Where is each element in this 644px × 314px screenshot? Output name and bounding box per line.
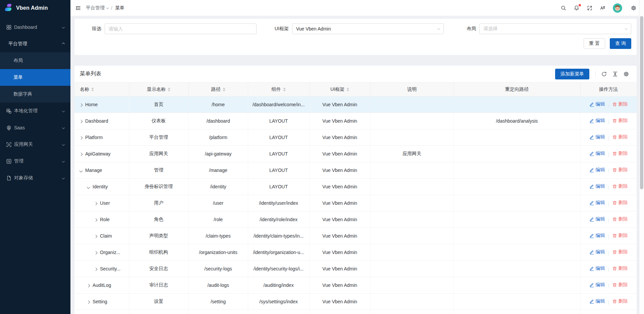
column-label: 组件 [272, 86, 281, 92]
sidebar-item-platform-group[interactable]: 平台管理 [0, 36, 70, 52]
sort-icon[interactable] [283, 87, 286, 91]
column-height-icon[interactable] [612, 71, 618, 77]
sidebar-item-localization[interactable]: 本地化管理 [0, 103, 70, 119]
edit-button[interactable]: 编辑 [589, 216, 605, 222]
row-expand-chevron[interactable] [94, 235, 98, 238]
edit-button[interactable]: 编辑 [589, 282, 605, 288]
query-button[interactable]: 查 询 [610, 38, 631, 49]
fullscreen-icon[interactable] [587, 5, 593, 11]
delete-button[interactable]: 删除 [612, 101, 628, 107]
sidebar-item-label: Dashboard [14, 24, 62, 30]
delete-button[interactable]: 删除 [612, 265, 628, 271]
sidebar-item-saas[interactable]: Saas [0, 119, 70, 136]
notification-bell-icon[interactable] [574, 5, 580, 11]
edit-button[interactable]: 编辑 [589, 200, 605, 206]
saas-icon [6, 125, 12, 131]
breadcrumb-item-menu[interactable]: 菜单 [115, 5, 124, 11]
column-header[interactable]: 名称 [74, 82, 129, 97]
delete-button[interactable]: 删除 [612, 150, 628, 156]
row-expand-chevron[interactable] [87, 284, 90, 288]
filter-field-ui-framework: UI框架 Vue Vben Admin [267, 23, 444, 34]
edit-button[interactable]: 编辑 [589, 233, 605, 239]
edit-button[interactable]: 编辑 [589, 183, 605, 189]
column-header[interactable]: UI框架 [309, 82, 370, 97]
column-header[interactable]: 显示名称 [129, 82, 189, 97]
sort-icon[interactable] [168, 87, 170, 91]
edit-button[interactable]: 编辑 [589, 150, 605, 156]
redirect-cell [453, 195, 580, 211]
sidebar-item-dashboard[interactable]: Dashboard [0, 19, 70, 36]
app-title: Vben Admin [16, 5, 48, 11]
column-header[interactable]: 组件 [248, 82, 309, 97]
app-root: Vben Admin Dashboard平台管理布局菜单数据字典本地化管理Saa… [0, 0, 644, 314]
delete-button[interactable]: 删除 [612, 183, 628, 189]
row-expand-chevron[interactable] [79, 104, 83, 107]
row-expand-chevron[interactable] [94, 218, 98, 222]
display-name-cell: 声明类型 [129, 228, 189, 244]
sidebar-item-storage[interactable]: 对象存储 [0, 170, 70, 186]
delete-button[interactable]: 删除 [612, 167, 628, 173]
sidebar-item-layout[interactable]: 布局 [0, 52, 70, 69]
add-menu-button[interactable]: 添加新菜单 [555, 69, 589, 79]
delete-button[interactable]: 删除 [612, 134, 628, 140]
ui-framework-select[interactable]: Vue Vben Admin [292, 23, 444, 34]
edit-button[interactable]: 编辑 [589, 265, 605, 271]
sidebar-item-dictionary[interactable]: 数据字典 [0, 86, 70, 103]
trash-icon [612, 299, 617, 304]
chevron-down-icon [106, 7, 109, 9]
sidebar-section-label: 平台管理 [8, 41, 62, 47]
column-label: 名称 [80, 86, 89, 92]
actions-cell: 编辑删除 [580, 113, 637, 129]
reset-button[interactable]: 重 置 [584, 38, 605, 49]
action-divider [608, 136, 609, 141]
row-expand-chevron[interactable] [79, 136, 83, 140]
keyword-input[interactable] [105, 23, 257, 34]
delete-button[interactable]: 删除 [612, 200, 628, 206]
sort-icon[interactable] [346, 87, 349, 91]
sidebar-item-menu[interactable]: 菜单 [0, 69, 70, 86]
delete-button[interactable]: 删除 [612, 282, 628, 288]
delete-button[interactable]: 删除 [612, 118, 628, 124]
refresh-icon[interactable] [601, 71, 607, 77]
delete-button[interactable]: 删除 [612, 249, 628, 255]
menu-fold-icon[interactable] [75, 5, 81, 11]
row-expand-chevron[interactable] [87, 301, 90, 304]
edit-button[interactable]: 编辑 [589, 134, 605, 140]
component-cell: /identity/role/index [248, 211, 309, 228]
row-expand-chevron[interactable] [94, 251, 98, 255]
settings-gear-icon[interactable] [631, 5, 637, 11]
edit-button[interactable]: 编辑 [589, 167, 605, 173]
user-avatar[interactable] [613, 3, 622, 13]
redirect-cell [453, 146, 580, 162]
sidebar-subitem-label: 布局 [13, 58, 23, 64]
search-icon[interactable] [560, 5, 567, 11]
sort-icon[interactable] [223, 87, 225, 91]
edit-button[interactable]: 编辑 [589, 249, 605, 255]
scrollbar-thumb[interactable] [640, 16, 643, 189]
table-row: ApiGateway应用网关/api-gatewayLAYOUTVue Vben… [74, 146, 637, 162]
translate-icon[interactable] [600, 5, 606, 11]
layout-select[interactable]: 请选择 [479, 23, 631, 34]
edit-icon [589, 217, 594, 222]
sidebar-item-gateway[interactable]: 应用网关 [0, 136, 70, 153]
delete-button[interactable]: 删除 [612, 298, 628, 304]
table-row: Role角色/role/identity/role/indexVue Vben … [74, 211, 637, 228]
delete-button[interactable]: 删除 [612, 233, 628, 239]
row-expand-chevron[interactable] [79, 120, 83, 123]
row-expand-chevron[interactable] [94, 202, 98, 205]
breadcrumb-item-platform[interactable]: 平台管理 [86, 5, 108, 11]
sidebar-item-manage[interactable]: 管理 [0, 153, 70, 170]
row-expand-chevron[interactable] [79, 169, 83, 173]
row-expand-chevron[interactable] [79, 153, 83, 156]
edit-button[interactable]: 编辑 [589, 118, 605, 124]
row-expand-chevron[interactable] [87, 186, 90, 189]
delete-button[interactable]: 删除 [612, 216, 628, 222]
row-expand-chevron[interactable] [94, 268, 98, 271]
sidebar-subitem-label: 菜单 [13, 74, 23, 80]
table-settings-icon[interactable] [623, 71, 629, 77]
sort-icon[interactable] [91, 87, 94, 91]
edit-button[interactable]: 编辑 [589, 298, 605, 304]
app-logo[interactable]: Vben Admin [0, 0, 70, 16]
edit-button[interactable]: 编辑 [589, 101, 605, 107]
column-header[interactable]: 路径 [189, 82, 248, 97]
